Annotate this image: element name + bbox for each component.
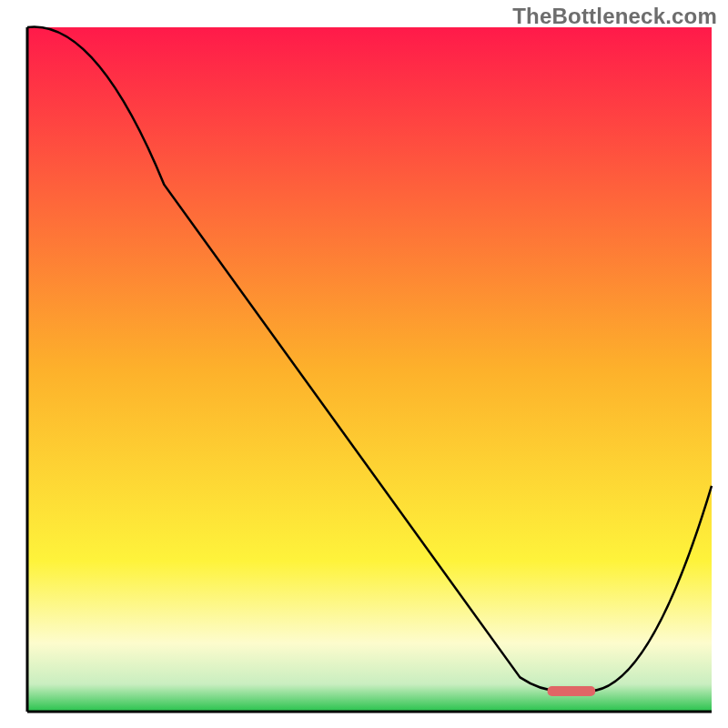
chart-container: TheBottleneck.com [0, 0, 728, 728]
bottleneck-chart [0, 0, 728, 728]
optimal-range-marker [548, 686, 596, 696]
watermark-text: TheBottleneck.com [512, 4, 717, 29]
plot-background [27, 27, 712, 712]
